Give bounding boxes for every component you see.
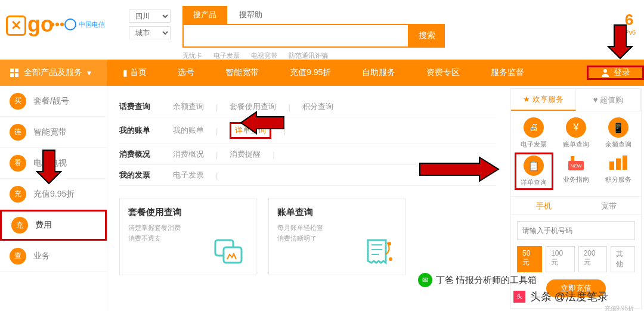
watermark-toutiao: 头 头条 @法度笔录 xyxy=(513,290,608,304)
city-select[interactable]: 城市 xyxy=(129,26,171,39)
bill-icon xyxy=(361,237,397,266)
carrier-icon xyxy=(64,18,76,30)
nav-selfservice[interactable]: 自助服务 xyxy=(346,60,411,86)
rp-points[interactable]: 积分服务 xyxy=(599,153,637,190)
search-quick-links: 无忧卡 电子发票 电视宽带 防范通讯诈骗 xyxy=(182,51,608,60)
watermark-wechat: ✉ 丁爸 情报分析师的工具箱 xyxy=(418,273,537,287)
search-box: 搜索 xyxy=(182,24,608,48)
svg-rect-1 xyxy=(15,69,18,72)
link-reminder[interactable]: 消费提醒 xyxy=(230,149,261,160)
nav-supervision[interactable]: 服务监督 xyxy=(475,60,540,86)
svg-rect-14 xyxy=(571,156,574,161)
nav-category-menu[interactable]: 全部产品及服务 ▾ xyxy=(0,60,107,86)
rp-balance[interactable]: 📱余额查询 xyxy=(599,117,637,149)
rp-detail-query[interactable]: 📋详单查询 xyxy=(515,153,553,190)
side-icon: 充 xyxy=(10,186,26,203)
side-icon: 看 xyxy=(10,155,26,172)
card-title: 套餐使用查询 xyxy=(128,207,247,218)
quick-link[interactable]: 无忧卡 xyxy=(182,52,202,59)
search-tab-help[interactable]: 搜帮助 xyxy=(228,6,273,24)
rp-tab-value[interactable]: ♥超值购 xyxy=(576,89,641,111)
region-selector: 四川 城市 xyxy=(129,6,171,43)
rp-tab-service[interactable]: ★欢享服务 xyxy=(511,89,576,111)
chevron-down-icon: ▾ xyxy=(87,68,91,77)
amt-100[interactable]: 100元 xyxy=(546,246,575,272)
card-bill-query[interactable]: 账单查询 每月账单轻松查消费清晰明了 xyxy=(268,198,405,275)
svg-rect-2 xyxy=(10,73,14,77)
logo-dots-icon xyxy=(50,7,64,32)
side-label: 充值9.95折 xyxy=(33,189,75,200)
svg-text:NEW: NEW xyxy=(571,163,582,169)
svg-point-4 xyxy=(603,69,607,73)
printer-icon: 🖨 xyxy=(524,117,544,138)
recharge-note: 充值9.95折 xyxy=(511,304,641,311)
search-tabs: 搜产品 搜帮助 xyxy=(182,6,608,24)
rp-sub-broadband[interactable]: 宽带 xyxy=(576,197,641,214)
annotation-arrow-sidebar xyxy=(36,148,62,186)
star-icon: ★ xyxy=(523,95,530,104)
sidebar-item-business[interactable]: 查业务 xyxy=(0,241,107,272)
header: ✕go 中国电信 四川 城市 搜产品 搜帮助 搜索 无忧卡 电子发票 电视宽带 … xyxy=(0,0,644,60)
list-icon: 📋 xyxy=(524,156,544,176)
user-icon xyxy=(600,68,610,77)
amt-200[interactable]: 200元 xyxy=(578,246,608,272)
svg-rect-0 xyxy=(10,69,14,72)
nav-recharge[interactable]: 充值9.95折 xyxy=(274,60,346,86)
sidebar-item-broadband[interactable]: 连智能宽带 xyxy=(0,117,107,148)
link-consumption[interactable]: 消费概况 xyxy=(173,149,204,160)
carrier-name: 中国电信 xyxy=(79,20,105,29)
rp-guide[interactable]: NEW业务指南 xyxy=(557,153,596,190)
nav-home[interactable]: 首页 xyxy=(107,60,162,86)
main-nav: 全部产品及服务 ▾ 首页 选号 智能宽带 充值9.95折 自助服务 资费专区 服… xyxy=(0,60,644,86)
link-my-bill[interactable]: 我的账单 xyxy=(173,125,204,136)
row-label: 我的账单 xyxy=(119,125,161,136)
amt-other[interactable]: 其他 xyxy=(611,246,635,272)
quick-link[interactable]: 防范通讯诈骗 xyxy=(289,52,328,59)
search-button[interactable]: 搜索 xyxy=(409,24,445,48)
nav-number[interactable]: 选号 xyxy=(162,60,210,86)
heart-icon: ♥ xyxy=(593,95,598,104)
side-icon: 买 xyxy=(10,93,26,110)
link-einvoice[interactable]: 电子发票 xyxy=(173,170,204,181)
side-label: 套餐/靓号 xyxy=(33,96,69,107)
sidebar-item-package[interactable]: 买套餐/靓号 xyxy=(0,86,107,117)
rp-einvoice[interactable]: 🖨电子发票 xyxy=(515,117,553,149)
toutiao-icon: 头 xyxy=(513,291,525,303)
nav-category-label: 全部产品及服务 xyxy=(24,67,82,78)
rp-sub-tabs: 手机 宽带 xyxy=(511,196,641,215)
nav-login[interactable]: 登录 xyxy=(587,66,644,80)
side-label: 业务 xyxy=(33,251,50,262)
login-label: 登录 xyxy=(614,67,630,78)
rp-bill-query[interactable]: ¥账单查询 xyxy=(557,117,596,149)
carrier-logo: 中国电信 xyxy=(64,18,105,30)
svg-rect-15 xyxy=(609,161,614,170)
annotation-arrow-detail xyxy=(239,111,286,135)
side-icon: 查 xyxy=(10,248,26,265)
card-title: 账单查询 xyxy=(277,207,397,218)
side-label: 智能宽带 xyxy=(33,127,67,138)
search-tab-product[interactable]: 搜产品 xyxy=(182,6,227,24)
link-balance[interactable]: 余额查询 xyxy=(173,101,204,112)
sidebar-item-fees[interactable]: 充费用 xyxy=(0,210,107,241)
row-balance: 话费查询 余额查询| 套餐使用查询| 积分查询 xyxy=(119,97,496,117)
rp-tabs: ★欢享服务 ♥超值购 xyxy=(511,89,641,111)
logo-area[interactable]: ✕go 中国电信 xyxy=(6,6,105,37)
amt-50[interactable]: 50元 xyxy=(517,246,542,272)
nav-tariff[interactable]: 资费专区 xyxy=(411,60,475,86)
bill-icon: ¥ xyxy=(566,117,586,138)
rp-service-icons: 🖨电子发票 ¥账单查询 📱余额查询 📋详单查询 NEW业务指南 积分服务 xyxy=(511,111,641,196)
phone-input[interactable] xyxy=(517,221,635,240)
card-package-usage[interactable]: 套餐使用查询 清楚掌握套餐消费消费不透支 xyxy=(119,198,256,275)
rp-sub-mobile[interactable]: 手机 xyxy=(511,197,576,214)
quick-link[interactable]: 电视宽带 xyxy=(251,52,277,59)
new-badge-icon: NEW xyxy=(566,153,586,173)
annotation-arrow-login xyxy=(607,23,633,61)
phone-icon: 📱 xyxy=(608,117,628,138)
quick-link[interactable]: 电子发票 xyxy=(213,52,240,59)
search-input[interactable] xyxy=(182,24,409,48)
province-select[interactable]: 四川 xyxy=(129,10,171,23)
link-points[interactable]: 积分查询 xyxy=(302,101,333,112)
logo-x-icon: ✕ xyxy=(6,15,26,36)
wechat-icon: ✉ xyxy=(418,273,432,287)
nav-broadband[interactable]: 智能宽带 xyxy=(210,60,274,86)
